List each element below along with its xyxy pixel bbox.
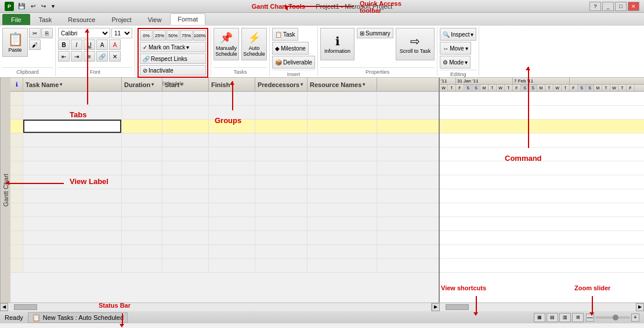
new-tasks-indicator[interactable]: 📋 New Tasks : Auto Scheduled xyxy=(28,312,128,323)
table-row-active xyxy=(10,120,439,134)
timeline-scroll-thumb[interactable] xyxy=(446,304,469,310)
col-header-taskname[interactable]: Task Name▾ xyxy=(23,78,122,91)
scroll-to-task-btn[interactable]: ⇨ Scroll to Task xyxy=(396,28,435,60)
view-shortcut-gantt[interactable]: ▦ xyxy=(534,313,545,322)
zoom-thumb[interactable] xyxy=(613,315,618,320)
tab-project[interactable]: Project xyxy=(104,14,139,25)
finish-cell[interactable] xyxy=(209,106,255,119)
bold-button[interactable]: B xyxy=(58,39,70,50)
finish-cell-active[interactable] xyxy=(209,120,255,133)
tab-view[interactable]: View xyxy=(140,14,169,25)
tab-resource[interactable]: Resource xyxy=(60,14,103,25)
pct-100-btn[interactable]: 100% xyxy=(193,30,206,41)
view-shortcut-resource[interactable]: ▥ xyxy=(559,313,571,322)
gantt-scroll-thumb[interactable] xyxy=(14,304,37,310)
row-info-cell-active xyxy=(10,120,23,133)
task-name-input[interactable] xyxy=(23,120,121,133)
mark-on-track-btn[interactable]: ✓ Mark on Track ▾ xyxy=(140,42,206,52)
tab-file[interactable]: File xyxy=(2,14,30,25)
finish-cell[interactable] xyxy=(209,92,255,105)
mode-btn[interactable]: ⚙ Mode ▾ xyxy=(440,56,471,69)
link-btn[interactable]: 🔗 xyxy=(96,51,108,62)
close-btn[interactable]: ✕ xyxy=(628,2,639,11)
deliverable-insert-btn[interactable]: 📦 Deliverable xyxy=(272,56,315,69)
font-size-select[interactable]: 11 xyxy=(111,28,132,38)
zoom-track[interactable] xyxy=(595,316,630,319)
paste-button[interactable]: 📋 Paste xyxy=(2,28,28,57)
title-bar: P 💾 ↩ ↪ ▾ Gantt Chart Tools Project1 - M… xyxy=(0,0,644,13)
help-btn[interactable]: ? xyxy=(589,2,601,11)
task-name-cell[interactable] xyxy=(23,92,122,105)
respect-links-btn[interactable]: 🔗 Respect Links xyxy=(140,53,206,64)
predecessors-cell[interactable] xyxy=(255,92,307,105)
inspect-btn[interactable]: 🔍 Inspect ▾ xyxy=(440,28,476,41)
italic-button[interactable]: I xyxy=(71,39,82,50)
save-quick-btn[interactable]: 💾 xyxy=(16,2,27,10)
col-header-resources[interactable]: Resource Names▾ xyxy=(307,78,377,91)
format-painter-button[interactable]: 🖌 xyxy=(29,39,41,50)
undo-btn[interactable]: ↩ xyxy=(29,2,37,10)
inactivate-icon: ⊘ xyxy=(143,67,147,74)
cut-button[interactable]: ✂ xyxy=(29,28,41,38)
zoom-in-btn[interactable]: + xyxy=(631,313,639,322)
pct-75-btn[interactable]: 75% xyxy=(180,30,193,41)
col-header-predecessors[interactable]: Predecessors▾ xyxy=(255,78,307,91)
duration-cell[interactable] xyxy=(122,106,162,119)
gantt-hscroll[interactable] xyxy=(8,303,432,311)
day-T: T xyxy=(448,85,456,91)
font-color-button[interactable]: A xyxy=(109,39,121,50)
move-btn[interactable]: ↔ Move ▾ xyxy=(440,42,471,55)
title-bar-left: P 💾 ↩ ↪ ▾ xyxy=(5,2,56,11)
highlight-button[interactable]: A xyxy=(96,39,108,50)
indent-btn[interactable]: ⇤ xyxy=(58,51,70,62)
auto-schedule-btn[interactable]: ⚡ Auto Schedule xyxy=(241,28,267,60)
clear-btn[interactable]: ✕ xyxy=(109,51,121,62)
copy-button[interactable]: ⎘ xyxy=(41,28,53,38)
duration-cell-active[interactable] xyxy=(122,120,162,133)
duration-cell[interactable] xyxy=(122,92,162,105)
font-name-select[interactable]: Calibri xyxy=(58,28,110,38)
view-shortcut-report[interactable]: ⊞ xyxy=(572,313,584,322)
align-left-btn[interactable]: ≡ xyxy=(84,51,95,62)
mode-icon: ⚙ xyxy=(443,59,448,66)
scroll-right-btn[interactable]: ▶ xyxy=(432,303,440,311)
tab-task[interactable]: Task xyxy=(31,14,60,25)
customize-quick-btn[interactable]: ▾ xyxy=(50,2,56,10)
milestone-insert-btn[interactable]: ◆ Milestone xyxy=(272,42,309,55)
timeline-day-header: W T F S S M T W T F S S M T W T F S S M xyxy=(440,85,644,92)
mode-label: Mode xyxy=(449,59,464,66)
information-btn[interactable]: ℹ Information xyxy=(320,28,354,60)
outdent-btn[interactable]: ⇥ xyxy=(71,51,82,62)
view-shortcut-task[interactable]: ▤ xyxy=(547,313,558,322)
task-insert-btn[interactable]: 📋 Task xyxy=(272,28,298,41)
minimize-btn[interactable]: _ xyxy=(602,2,614,11)
start-cell[interactable] xyxy=(162,106,209,119)
task-name-input-cell[interactable] xyxy=(23,120,122,133)
h-scrollbar[interactable]: ◀ ▶ ▶ xyxy=(0,302,644,311)
col-header-finish[interactable]: Finish▾ xyxy=(209,78,255,91)
task-icon: 📋 xyxy=(275,31,282,38)
scroll-left-btn[interactable]: ◀ xyxy=(0,303,8,311)
scroll-right2-btn[interactable]: ▶ xyxy=(636,303,644,311)
inactivate-btn[interactable]: ⊘ Inactivate xyxy=(140,65,206,75)
start-cell[interactable] xyxy=(162,92,209,105)
resources-cell-active[interactable] xyxy=(307,120,377,133)
pct-25-btn[interactable]: 25% xyxy=(153,30,166,41)
start-cell-active[interactable] xyxy=(162,120,209,133)
summary-btn[interactable]: ⊞ Summary xyxy=(357,28,393,38)
manually-schedule-btn[interactable]: 📌 Manually Schedule xyxy=(214,28,239,60)
pct-50-btn[interactable]: 50% xyxy=(167,30,179,41)
pct-0-btn[interactable]: 0% xyxy=(140,30,153,41)
predecessors-cell-active[interactable] xyxy=(255,120,307,133)
resources-cell[interactable] xyxy=(307,92,377,105)
redo-btn[interactable]: ↪ xyxy=(39,2,48,10)
tab-format[interactable]: Format xyxy=(170,13,205,25)
underline-button[interactable]: U xyxy=(84,39,95,50)
task-name-cell[interactable] xyxy=(23,106,122,119)
timeline-hscroll[interactable] xyxy=(440,303,636,311)
resources-cell[interactable] xyxy=(307,106,377,119)
zoom-out-btn[interactable]: — xyxy=(586,313,594,322)
restore-btn[interactable]: □ xyxy=(615,2,627,11)
predecessors-cell[interactable] xyxy=(255,106,307,119)
view-label[interactable]: Gantt Chart xyxy=(0,78,10,302)
